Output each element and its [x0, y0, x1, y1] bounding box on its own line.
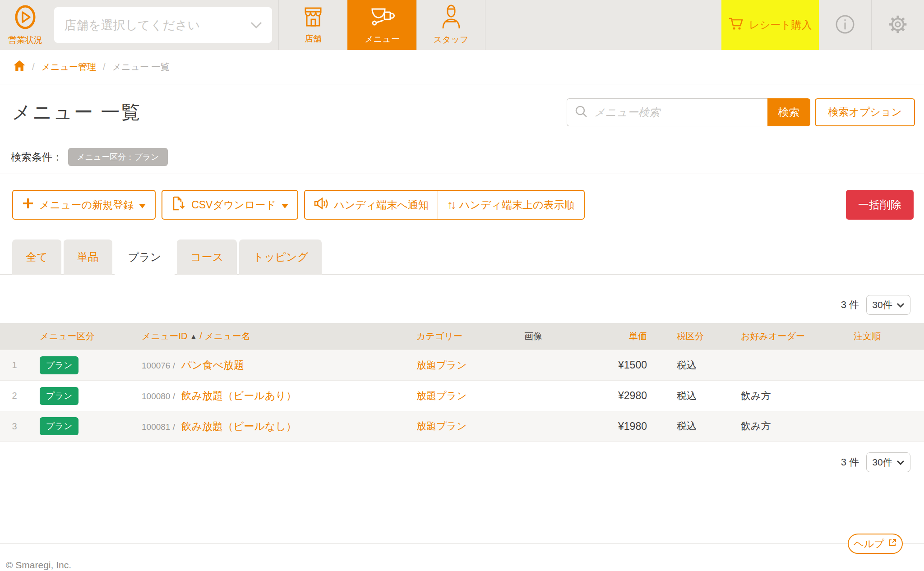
breadcrumb-separator: / — [32, 62, 35, 72]
menu-id: 100081 / — [142, 422, 175, 432]
notify-handy-label: ハンディ端末へ通知 — [334, 198, 429, 212]
copyright: © Smaregi, Inc. — [0, 543, 924, 571]
home-icon[interactable] — [14, 60, 25, 74]
tabs: 全て 単品 プラン コース トッピング — [0, 239, 924, 275]
tab-single-item[interactable]: 単品 — [64, 239, 112, 275]
per-page-select[interactable]: 30件 — [866, 295, 910, 315]
header-menu-name[interactable]: / メニュー名 — [199, 330, 250, 342]
handy-display-order-button[interactable]: ↑↓ ハンディ端末上の表示順 — [438, 191, 584, 219]
info-button[interactable] — [819, 0, 871, 50]
search-input[interactable] — [593, 106, 747, 119]
count-row-top: 3 件 30件 — [0, 295, 924, 315]
csv-download-button[interactable]: CSVダウンロード — [162, 190, 298, 220]
menu-name-link[interactable]: 飲み放題（ビールなし） — [181, 420, 296, 432]
chevron-down-icon — [250, 22, 262, 29]
header-tax: 税区分 — [677, 330, 741, 342]
receipt-purchase-label: レシート購入 — [749, 18, 812, 32]
menu-table: メニュー区分 メニューID ▲ / メニュー名 カテゴリー 画像 単価 税区分 … — [0, 323, 924, 442]
tax-cell: 税込 — [677, 389, 741, 403]
external-link-icon — [888, 538, 897, 550]
business-status-button[interactable]: 営業状況 — [0, 0, 51, 50]
table-header-row: メニュー区分 メニューID ▲ / メニュー名 カテゴリー 画像 単価 税区分 … — [0, 323, 924, 350]
business-status-label: 営業状況 — [8, 34, 42, 46]
menu-id: 100080 / — [142, 391, 175, 401]
filter-row: 検索条件： メニュー区分：プラン — [0, 140, 924, 174]
sort-ascending-icon[interactable]: ▲ — [190, 332, 197, 340]
search-button[interactable]: 検索 — [767, 98, 810, 126]
per-page-value: 30件 — [872, 299, 892, 311]
price-cell: ¥1500 — [566, 359, 677, 371]
bulk-delete-button[interactable]: 一括削除 — [846, 190, 914, 220]
header-menu-id[interactable]: メニューID — [142, 330, 187, 342]
csv-download-label: CSVダウンロード — [191, 198, 276, 212]
play-circle-icon — [14, 4, 37, 32]
menu-id: 100076 / — [142, 361, 175, 370]
header-custom-order: お好みオーダー — [741, 330, 854, 342]
breadcrumb-separator: / — [103, 62, 106, 72]
price-cell: ¥1980 — [566, 420, 677, 433]
header-image: 画像 — [500, 330, 566, 342]
menu-name-link[interactable]: 飲み放題（ビールあり） — [181, 390, 296, 401]
topbar: 営業状況 店舗を選択してください 店舗 — [0, 0, 924, 50]
table-row: 2 プラン 100080 / 飲み放題（ビールあり） 放題プラン ¥2980 税… — [0, 380, 924, 411]
table-row: 1 プラン 100076 / パン食べ放題 放題プラン ¥1500 税込 — [0, 350, 924, 380]
category-link[interactable]: 放題プラン — [416, 359, 467, 371]
store-selector[interactable]: 店舗を選択してください — [54, 7, 272, 43]
tab-topping[interactable]: トッピング — [239, 239, 322, 275]
header-menu-kubun: メニュー区分 — [29, 330, 131, 342]
category-link[interactable]: 放題プラン — [416, 390, 467, 401]
breadcrumb-item-menu-management[interactable]: メニュー管理 — [42, 61, 96, 73]
header-price: 単価 — [566, 330, 677, 342]
actions-row: メニューの新規登録 CSVダウンロード — [12, 190, 914, 220]
settings-button[interactable] — [872, 0, 924, 50]
nav-item-label: スタッフ — [434, 34, 469, 46]
footer: ヘルプ © Smaregi, Inc. — [0, 543, 924, 571]
per-page-select[interactable]: 30件 — [866, 452, 910, 472]
price-cell: ¥2980 — [566, 390, 677, 402]
menu-kubun-badge: プラン — [40, 417, 79, 435]
nav-item-staff[interactable]: スタッフ — [416, 0, 485, 50]
filter-label: 検索条件： — [11, 150, 63, 164]
cart-icon — [728, 17, 744, 34]
menu-cup-icon — [370, 5, 395, 30]
help-label: ヘルプ — [854, 537, 884, 551]
help-button[interactable]: ヘルプ — [848, 534, 903, 554]
topbar-right: レシート購入 — [721, 0, 924, 50]
count-row-bottom: 3 件 30件 — [0, 452, 924, 472]
nav-item-store[interactable]: 店舗 — [278, 0, 347, 50]
handy-display-order-label: ハンディ端末上の表示順 — [459, 198, 575, 212]
receipt-purchase-button[interactable]: レシート購入 — [721, 0, 819, 50]
breadcrumb-item-current: メニュー 一覧 — [112, 61, 170, 73]
breadcrumb: / メニュー管理 / メニュー 一覧 — [0, 50, 924, 84]
menu-kubun-badge: プラン — [40, 356, 79, 374]
header-category: カテゴリー — [406, 330, 500, 342]
storefront-icon — [302, 5, 324, 30]
search-options-button[interactable]: 検索オプション — [815, 98, 915, 126]
tab-plan[interactable]: プラン — [115, 239, 175, 275]
info-icon — [835, 14, 855, 37]
main-nav: 店舗 メニュー — [278, 0, 485, 50]
tax-cell: 税込 — [677, 419, 741, 433]
new-menu-button[interactable]: メニューの新規登録 — [12, 190, 156, 220]
nav-item-menu[interactable]: メニュー — [347, 0, 416, 50]
table-body: 1 プラン 100076 / パン食べ放題 放題プラン ¥1500 税込 2 プ… — [0, 350, 924, 442]
up-down-arrows-icon: ↑↓ — [447, 198, 454, 212]
row-number: 2 — [0, 391, 29, 401]
custom-order-cell: 飲み方 — [741, 389, 854, 403]
category-link[interactable]: 放題プラン — [416, 420, 467, 432]
plus-icon — [22, 198, 34, 212]
menu-name-link[interactable]: パン食べ放題 — [181, 359, 244, 371]
handy-button-group: ハンディ端末へ通知 ↑↓ ハンディ端末上の表示順 — [304, 190, 584, 220]
per-page-value: 30件 — [872, 456, 892, 469]
megaphone-icon — [314, 197, 329, 213]
row-number: 3 — [0, 421, 29, 432]
filter-badge: メニュー区分：プラン — [68, 148, 168, 166]
store-selector-placeholder: 店舗を選択してください — [64, 17, 200, 33]
tab-course[interactable]: コース — [177, 239, 237, 275]
nav-item-label: メニュー — [365, 33, 399, 45]
menu-kubun-badge: プラン — [40, 387, 79, 405]
notify-handy-button[interactable]: ハンディ端末へ通知 — [305, 191, 438, 219]
tab-all[interactable]: 全て — [12, 239, 61, 275]
search-box — [567, 98, 767, 126]
nav-item-label: 店舗 — [305, 33, 322, 45]
